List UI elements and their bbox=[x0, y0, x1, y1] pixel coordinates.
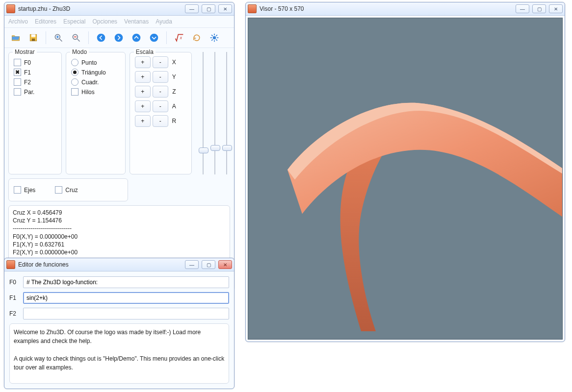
svg-line-23 bbox=[216, 35, 217, 36]
radio-cuadr[interactable]: Cuadr. bbox=[71, 78, 120, 86]
scale-y-minus[interactable]: - bbox=[153, 71, 168, 83]
group-mostrar-legend: Mostrar bbox=[13, 49, 37, 55]
main-app-window: startup.zhu - Zhu3D — ▢ ✕ Archivo Editor… bbox=[4, 2, 234, 291]
svg-rect-1 bbox=[31, 34, 35, 37]
sliders-panel bbox=[200, 52, 230, 174]
scale-z-plus[interactable]: + bbox=[135, 86, 151, 98]
minimize-button[interactable]: — bbox=[516, 4, 529, 13]
menubar: Archivo Editores Especial Opciones Venta… bbox=[4, 16, 234, 27]
app-icon bbox=[248, 4, 257, 13]
zoom-out-icon[interactable] bbox=[69, 30, 83, 45]
menu-ventanas[interactable]: Ventanas bbox=[124, 18, 149, 25]
func-row-f2: F2 bbox=[9, 308, 229, 319]
zoom-in-icon[interactable] bbox=[51, 30, 66, 45]
svg-point-13 bbox=[150, 34, 158, 42]
vslider-1[interactable] bbox=[200, 52, 207, 174]
function-editor-window: Editor de funciones — ▢ ✕ F0 F1 F2 Welco… bbox=[4, 258, 234, 389]
scale-a-minus[interactable]: - bbox=[153, 100, 168, 112]
open-file-icon[interactable] bbox=[8, 30, 23, 45]
maximize-button[interactable]: ▢ bbox=[202, 260, 215, 269]
func-input-f2[interactable] bbox=[23, 308, 229, 319]
group-modo-legend: Modo bbox=[70, 49, 89, 55]
nav-up-icon[interactable] bbox=[129, 30, 144, 45]
svg-rect-2 bbox=[32, 39, 35, 41]
check-f1[interactable]: ✖F1 bbox=[14, 69, 56, 76]
main-titlebar[interactable]: startup.zhu - Zhu3D — ▢ ✕ bbox=[4, 2, 234, 16]
visor-titlebar[interactable]: Visor - 570 x 570 — ▢ ✕ bbox=[246, 2, 565, 16]
scale-r-plus[interactable]: + bbox=[135, 115, 151, 127]
svg-line-8 bbox=[78, 39, 80, 42]
svg-point-12 bbox=[132, 34, 141, 42]
svg-line-22 bbox=[211, 39, 213, 41]
nav-down-icon[interactable] bbox=[147, 30, 161, 45]
svg-line-4 bbox=[60, 39, 62, 42]
save-file-icon[interactable] bbox=[26, 30, 41, 45]
refresh-icon[interactable] bbox=[189, 30, 204, 45]
visor-window: Visor - 570 x 570 — ▢ ✕ bbox=[245, 2, 565, 342]
func-row-f0: F0 bbox=[9, 276, 229, 288]
scale-r-minus[interactable]: - bbox=[153, 115, 168, 127]
maximize-button[interactable]: ▢ bbox=[532, 4, 546, 13]
scale-y-plus[interactable]: + bbox=[135, 71, 151, 83]
group-mostrar: Mostrar F0 ✖F1 F2 Par. bbox=[8, 52, 62, 174]
minimize-button[interactable]: — bbox=[185, 260, 199, 269]
app-icon bbox=[6, 260, 15, 269]
scale-z-minus[interactable]: - bbox=[153, 86, 168, 98]
scale-a-plus[interactable]: + bbox=[135, 100, 151, 112]
func-row-f1: F1 bbox=[9, 292, 229, 304]
check-hilos[interactable]: Hilos bbox=[71, 88, 120, 96]
check-cruz[interactable]: Cruz bbox=[55, 186, 78, 194]
sqrt-x-icon[interactable]: x bbox=[172, 30, 186, 45]
menu-archivo[interactable]: Archivo bbox=[8, 18, 28, 25]
check-f0[interactable]: F0 bbox=[14, 59, 56, 66]
menu-opciones[interactable]: Opciones bbox=[92, 18, 117, 25]
menu-editores[interactable]: Editores bbox=[35, 18, 56, 25]
app-icon bbox=[6, 4, 15, 13]
scale-x-plus[interactable]: + bbox=[135, 56, 151, 68]
menu-especial[interactable]: Especial bbox=[63, 18, 85, 25]
vslider-3[interactable] bbox=[223, 52, 230, 174]
vslider-2[interactable] bbox=[211, 52, 218, 174]
check-f2[interactable]: F2 bbox=[14, 78, 56, 86]
maximize-button[interactable]: ▢ bbox=[202, 4, 215, 13]
svg-line-21 bbox=[216, 39, 217, 41]
group-ejes-cruz: Ejes Cruz bbox=[8, 178, 128, 201]
svg-point-11 bbox=[115, 34, 123, 42]
minimize-button[interactable]: — bbox=[185, 4, 199, 13]
check-par[interactable]: Par. bbox=[14, 88, 56, 96]
svg-point-10 bbox=[97, 34, 105, 42]
group-escala-legend: Escala bbox=[134, 49, 156, 55]
close-button[interactable]: ✕ bbox=[549, 4, 563, 13]
func-input-f1[interactable] bbox=[23, 292, 229, 304]
close-button[interactable]: ✕ bbox=[218, 4, 232, 13]
svg-line-20 bbox=[211, 35, 213, 36]
group-modo: Modo Punto Triángulo Cuadr. Hilos bbox=[66, 52, 126, 174]
editor-title: Editor de funciones bbox=[18, 261, 185, 268]
editor-message: Welcome to Zhu3D. Of course the logo was… bbox=[9, 323, 229, 384]
toolbar: x bbox=[4, 27, 234, 48]
nav-back-icon[interactable] bbox=[94, 30, 108, 45]
svg-text:x: x bbox=[180, 35, 182, 40]
visor-title: Visor - 570 x 570 bbox=[260, 5, 516, 12]
radio-punto[interactable]: Punto bbox=[71, 59, 120, 66]
radio-triangulo[interactable]: Triángulo bbox=[71, 69, 120, 76]
editor-titlebar[interactable]: Editor de funciones — ▢ ✕ bbox=[4, 258, 234, 271]
scale-x-minus[interactable]: - bbox=[153, 56, 168, 68]
gear-icon[interactable] bbox=[207, 30, 222, 45]
viewport-3d[interactable] bbox=[248, 18, 563, 340]
close-button[interactable]: ✕ bbox=[218, 260, 232, 269]
menu-ayuda[interactable]: Ayuda bbox=[156, 18, 172, 25]
check-ejes[interactable]: Ejes bbox=[14, 186, 35, 194]
group-escala: Escala +-X +-Y +-Z +-A +-R bbox=[130, 52, 192, 174]
func-input-f0[interactable] bbox=[23, 276, 229, 288]
nav-forward-icon[interactable] bbox=[111, 30, 126, 45]
main-title: startup.zhu - Zhu3D bbox=[18, 5, 185, 12]
svg-point-15 bbox=[213, 36, 216, 40]
